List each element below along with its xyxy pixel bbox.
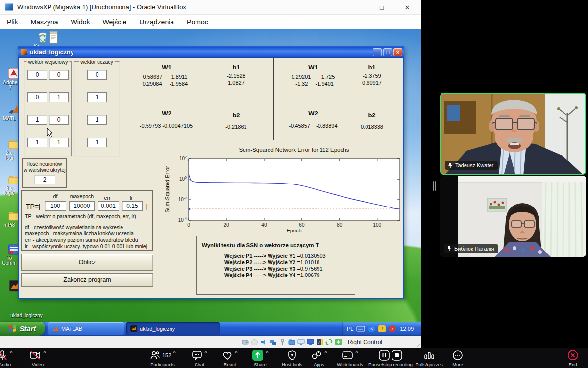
menu-wejscie[interactable]: Wejście (103, 18, 127, 26)
notepad-icon[interactable] (48, 29, 59, 46)
more-button[interactable]: More (436, 350, 480, 367)
b1-before-values: -2.15281.0827 (217, 72, 256, 86)
video-tile-natalia[interactable]: Библюк Наталія (440, 176, 586, 257)
video-button[interactable]: ^ Video (16, 350, 60, 367)
display-alt-icon[interactable] (307, 338, 314, 345)
chat-options-caret[interactable]: ^ (204, 350, 207, 356)
chart-ylabel: Sum-Squared Error (164, 166, 170, 213)
polls-icon (423, 350, 435, 361)
shared-folders-icon[interactable] (288, 338, 295, 345)
tray-arrow-icon[interactable]: < (368, 325, 375, 332)
recording-icon[interactable]: V (316, 338, 323, 345)
apps-options-caret[interactable]: ^ (324, 350, 327, 356)
input-p4a[interactable]: 1 (27, 138, 47, 147)
tp-maxepoch-input[interactable]: 10000 (69, 201, 95, 211)
menu-plik[interactable]: Plik (7, 18, 18, 26)
quit-button[interactable]: Zakoncz program (21, 273, 153, 287)
tp-desc-3: err - akceptowany poziom suma kwadratów … (25, 237, 138, 243)
share-screen-icon (252, 349, 264, 361)
maximize-button[interactable]: □ (377, 4, 386, 11)
result-row-1: Wejście P1 -----> Wyjście Y1 =0.0130503 (224, 253, 326, 259)
svg-text:100: 100 (179, 176, 187, 182)
input-p2b[interactable]: 1 (49, 92, 69, 102)
b1-after-values: -2.37590.60917 (352, 72, 392, 86)
menu-maszyna[interactable]: Maszyna (31, 18, 58, 26)
svg-text:40: 40 (261, 222, 267, 228)
app-minimize-button[interactable]: _ (373, 48, 382, 56)
audio-options-caret[interactable]: ^ (10, 350, 13, 356)
participants-options-caret[interactable]: ^ (173, 350, 176, 356)
neurons-input[interactable]: 2 (34, 175, 55, 184)
optical-disc-icon[interactable] (251, 338, 258, 345)
tp-err-input[interactable]: 0.001 (98, 201, 119, 211)
keyboard-icon[interactable] (356, 326, 365, 332)
whiteboards-options-caret[interactable]: ^ (355, 350, 358, 356)
language-indicator[interactable]: PL (347, 326, 353, 332)
audio-icon[interactable] (260, 338, 268, 345)
neurons-label-1: Ilość neuronów (23, 161, 66, 167)
video-options-caret[interactable]: ^ (43, 350, 46, 356)
tray-alert-icon[interactable]: × (389, 325, 396, 332)
participants-icon (149, 350, 160, 361)
display-icon[interactable] (297, 338, 305, 345)
input-p3b[interactable]: 0 (49, 115, 69, 125)
svg-text:V: V (318, 340, 320, 345)
menu-urzadzenia[interactable]: Urządzenia (139, 18, 174, 26)
input-p1b[interactable]: 0 (49, 70, 69, 80)
virtualbox-app-icon (5, 3, 13, 11)
tp-df-input[interactable]: 100 (45, 201, 66, 211)
panel-drag-handle[interactable] (433, 181, 437, 191)
close-button[interactable]: ✕ (403, 4, 412, 11)
app-close-button[interactable]: × (393, 48, 402, 56)
start-button[interactable]: Start (0, 322, 45, 336)
mouse-integration-icon[interactable] (325, 338, 333, 345)
sse-error-chart: Sum-Squared Network Error for 112 Epochs… (163, 146, 404, 234)
chart-xlabel: Epoch (286, 228, 301, 233)
video-tile-tadeusz[interactable]: Tadeusz Kwater (440, 93, 586, 175)
uklad-logiczny-window: uklad_logiczny _ □ × wektor wejsciowy 0 … (18, 46, 404, 299)
video-panel: Tadeusz Kwater (421, 0, 588, 348)
end-meeting-button[interactable]: End (551, 350, 588, 367)
participants-count: 152 (162, 352, 171, 358)
menu-pomoc[interactable]: Pomoc (187, 18, 208, 26)
taskbar-button-uklad-logiczny[interactable]: uklad_logiczny (126, 322, 220, 335)
keyboard-capture-icon[interactable] (335, 338, 342, 345)
app-maximize-button[interactable]: □ (383, 48, 392, 56)
usb-icon[interactable] (279, 338, 286, 345)
tp-desc-0: TP - wektor o parametrach (df, maxepoch,… (25, 213, 136, 219)
vm-display: Ko Adobe 7 MATL 2.u logi (0, 29, 421, 348)
chat-icon (192, 350, 202, 361)
app-titlebar[interactable]: uklad_logiczny _ □ × (18, 46, 404, 58)
target-t3[interactable]: 1 (87, 115, 107, 125)
taskbar-button-matlab[interactable]: MATLAB (48, 322, 124, 335)
share-options-caret[interactable]: ^ (266, 350, 269, 356)
uklad-task-icon (130, 325, 137, 332)
resize-grip[interactable] (414, 341, 420, 347)
target-t4[interactable]: 1 (87, 138, 107, 147)
hdd-icon[interactable] (242, 338, 249, 345)
virtualbox-window-title: WindowsXP (Migawka 1) [Uruchomiona] - Or… (17, 3, 186, 11)
minimize-button[interactable]: — (352, 4, 361, 11)
b2-label: b2 (221, 112, 251, 119)
input-p3a[interactable]: 1 (27, 115, 47, 125)
react-options-caret[interactable]: ^ (235, 350, 238, 356)
input-p4b[interactable]: 1 (49, 138, 69, 147)
virtualbox-statusbar: V Right Control (0, 336, 421, 348)
virtualbox-titlebar[interactable]: WindowsXP (Migawka 1) [Uruchomiona] - Or… (0, 0, 421, 15)
mic-muted-icon (0, 350, 8, 361)
recycle-bin-icon[interactable] (37, 30, 48, 45)
menu-widok[interactable]: Widok (71, 18, 90, 26)
network-icon[interactable] (270, 338, 277, 345)
input-p2a[interactable]: 0 (27, 92, 47, 102)
w2-after-value: -0.45857 -0.83894 (276, 122, 350, 129)
compute-button[interactable]: Oblicz (21, 254, 153, 271)
pause-recording-icon (379, 350, 390, 361)
target-t1[interactable]: 0 (87, 70, 107, 80)
w1-after-values: 0.29201 1.725 -1.32 -1.9401 (276, 73, 350, 87)
svg-text:10-2: 10-2 (178, 196, 187, 202)
chart-title: Sum-Squared Network Error for 112 Epochs (239, 147, 349, 153)
tray-shield-icon[interactable]: ! (378, 325, 386, 332)
target-t2[interactable]: 1 (87, 92, 107, 102)
input-p1a[interactable]: 0 (27, 70, 47, 80)
tp-lr-input[interactable]: 0.15 (122, 201, 143, 211)
